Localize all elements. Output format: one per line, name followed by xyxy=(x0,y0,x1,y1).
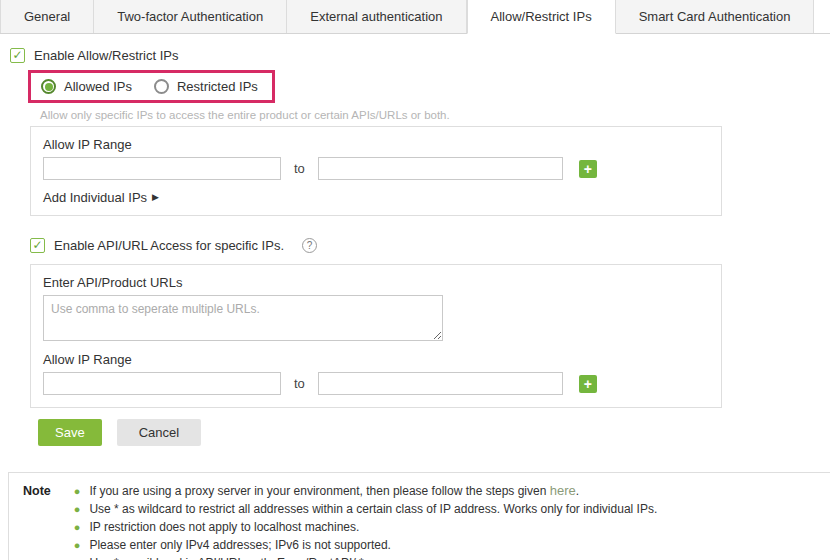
ip-range-from-input[interactable] xyxy=(43,157,281,180)
bullet-icon: ● xyxy=(74,518,81,536)
enable-api-url-checkbox[interactable]: ✓ xyxy=(30,238,45,253)
api-ip-range-row: to + xyxy=(43,372,709,395)
help-icon[interactable]: ? xyxy=(302,238,317,253)
save-button[interactable]: Save xyxy=(38,419,102,446)
form-buttons-row: Save Cancel xyxy=(38,419,820,446)
note-text: Please enter only IPv4 addresses; IPv6 i… xyxy=(89,536,391,554)
plus-icon: + xyxy=(584,161,592,177)
to-label: to xyxy=(294,376,305,391)
checkmark-icon: ✓ xyxy=(32,239,42,251)
add-api-ip-range-button[interactable]: + xyxy=(579,375,597,393)
note-item-proxy: ● If you are using a proxy server in you… xyxy=(74,482,657,500)
tab-allow-restrict-ips[interactable]: Allow/Restrict IPs xyxy=(467,0,616,34)
ip-mode-radio-group: Allowed IPs Restricted IPs xyxy=(41,79,258,94)
allowed-ips-radio-option[interactable]: Allowed IPs xyxy=(41,79,132,94)
note-text: IP restriction does not apply to localho… xyxy=(89,518,359,536)
tab-smart-card-authentication[interactable]: Smart Card Authentication xyxy=(616,0,815,33)
enable-allow-restrict-checkbox[interactable]: ✓ xyxy=(10,48,25,63)
note-text: Use * as wildcard in API/URL path. E.g.:… xyxy=(89,554,363,560)
bullet-icon: ● xyxy=(74,482,81,500)
bullet-icon: ● xyxy=(74,500,81,518)
note-list: ● If you are using a proxy server in you… xyxy=(74,482,657,560)
restricted-ips-radio[interactable] xyxy=(154,79,169,94)
ip-range-row: to + xyxy=(43,157,709,180)
cancel-button[interactable]: Cancel xyxy=(117,419,201,446)
enable-allow-restrict-row: ✓ Enable Allow/Restrict IPs xyxy=(10,46,820,64)
add-individual-ips-link[interactable]: Add Individual IPs ▶ xyxy=(43,189,709,205)
api-product-urls-textarea[interactable] xyxy=(43,295,443,341)
note-title: Note xyxy=(23,482,51,560)
api-allow-ip-range-label: Allow IP Range xyxy=(43,352,709,367)
radio-dot xyxy=(45,83,53,91)
enable-api-url-label: Enable API/URL Access for specific IPs. xyxy=(54,238,284,253)
enable-api-url-row: ✓ Enable API/URL Access for specific IPs… xyxy=(30,236,820,254)
restricted-ips-label: Restricted IPs xyxy=(177,79,258,94)
note-item-localhost: ● IP restriction does not apply to local… xyxy=(74,518,657,536)
to-label: to xyxy=(294,161,305,176)
tab-two-factor-authentication[interactable]: Two-factor Authentication xyxy=(94,0,287,33)
add-ip-range-button[interactable]: + xyxy=(579,160,597,178)
api-url-access-box: Enter API/Product URLs Allow IP Range to… xyxy=(30,264,722,408)
api-ip-range-to-input[interactable] xyxy=(318,372,563,395)
allowed-ips-radio[interactable] xyxy=(41,79,56,94)
tab-general[interactable]: General xyxy=(0,0,94,33)
note-section: Note ● If you are using a proxy server i… xyxy=(8,472,830,560)
allow-ips-helper-text: Allow only specific IPs to access the en… xyxy=(40,109,820,121)
note-proxy-period: . xyxy=(576,484,579,498)
api-ip-range-from-input[interactable] xyxy=(43,372,281,395)
add-individual-ips-label: Add Individual IPs xyxy=(43,190,147,205)
note-proxy-text: If you are using a proxy server in your … xyxy=(89,484,549,498)
triangle-right-icon: ▶ xyxy=(152,192,159,202)
note-item-wildcard-restrict: ● Use * as wildcard to restrict all addr… xyxy=(74,500,657,518)
radio-annotation-highlight: Allowed IPs Restricted IPs xyxy=(28,70,275,103)
checkmark-icon: ✓ xyxy=(12,49,22,61)
restricted-ips-radio-option[interactable]: Restricted IPs xyxy=(154,79,258,94)
tab-external-authentication[interactable]: External authentication xyxy=(287,0,466,33)
settings-tabbar: General Two-factor Authentication Extern… xyxy=(0,0,830,34)
allowed-ips-label: Allowed IPs xyxy=(64,79,132,94)
allow-ip-range-label: Allow IP Range xyxy=(43,137,709,152)
enable-allow-restrict-label: Enable Allow/Restrict IPs xyxy=(34,48,179,63)
allow-restrict-ips-panel: ✓ Enable Allow/Restrict IPs Allowed IPs … xyxy=(0,34,830,446)
note-item-wildcard-path: ● Use * as wildcard in API/URL path. E.g… xyxy=(74,554,657,560)
note-text: Use * as wildcard to restrict all addres… xyxy=(89,500,657,518)
here-link[interactable]: here xyxy=(550,483,576,498)
allow-ip-range-box: Allow IP Range to + Add Individual IPs ▶ xyxy=(30,126,722,216)
plus-icon: + xyxy=(584,376,592,392)
bullet-icon: ● xyxy=(74,536,81,554)
ip-range-to-input[interactable] xyxy=(318,157,563,180)
bullet-icon: ● xyxy=(74,554,81,560)
api-product-urls-label: Enter API/Product URLs xyxy=(43,275,709,290)
note-item-ipv4: ● Please enter only IPv4 addresses; IPv6… xyxy=(74,536,657,554)
